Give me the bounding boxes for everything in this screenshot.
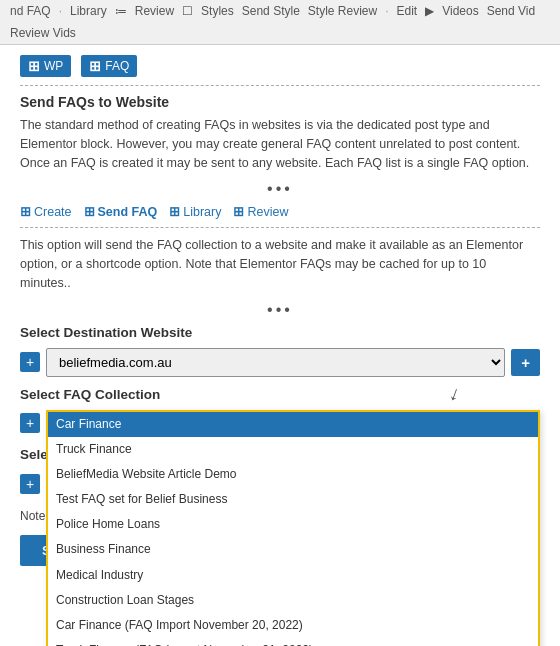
faq-dropdown-item[interactable]: Car Finance (FAQ Import November 20, 202… — [48, 613, 538, 638]
create-label: Create — [34, 205, 72, 219]
main-content: ⊞ WP ⊞ FAQ Send FAQs to Website The stan… — [0, 45, 560, 586]
faq-dropdown-container: ↓ Car FinanceTruck FinanceBeliefMedia We… — [46, 410, 540, 437]
wp-faq-row: ⊞ WP ⊞ FAQ — [20, 55, 540, 77]
nav-item-library[interactable]: Library — [70, 4, 107, 18]
dest-label: Select Destination Website — [20, 325, 540, 340]
wp-plus-icon: ⊞ — [28, 58, 40, 74]
faq-dropdown-item[interactable]: Medical Industry — [48, 563, 538, 588]
section1-title: Send FAQs to Website — [20, 94, 540, 110]
faq-dropdown-item[interactable]: Truck Finance — [48, 437, 538, 462]
divider-2 — [20, 227, 540, 228]
nav-icon-page[interactable]: ☐ — [182, 4, 193, 18]
action-create[interactable]: ⊞ Create — [20, 204, 72, 219]
ellipsis-2: ••• — [20, 301, 540, 319]
nav-item-videos[interactable]: Videos — [442, 4, 478, 18]
nav-dot-2: · — [385, 4, 388, 18]
nav-item-style-review[interactable]: Style Review — [308, 4, 377, 18]
nav-item-edit[interactable]: Edit — [397, 4, 418, 18]
create-plus-icon: ⊞ — [20, 204, 31, 219]
faq-collection-row: + ↓ Car FinanceTruck FinanceBeliefMedia … — [20, 410, 540, 437]
nav-icon-list[interactable]: ≔ — [115, 4, 127, 18]
review-label: Review — [247, 205, 288, 219]
dest-select[interactable]: beliefmedia.com.aubeliefmedia.comtestsit… — [46, 348, 505, 377]
wp-label: WP — [44, 59, 63, 73]
faq-dropdown-item[interactable]: Construction Loan Stages — [48, 588, 538, 613]
nav-item-faq[interactable]: nd FAQ — [10, 4, 51, 18]
action-library[interactable]: ⊞ Library — [169, 204, 221, 219]
dest-input-row: + beliefmedia.com.aubeliefmedia.comtests… — [20, 348, 540, 377]
nav-item-send-vid[interactable]: Send Vid — [487, 4, 536, 18]
action-row: ⊞ Create ⊞ Send FAQ ⊞ Library ⊞ Review — [20, 204, 540, 219]
faq-collection-plus-btn[interactable]: + — [20, 413, 40, 433]
divider-1 — [20, 85, 540, 86]
faq-style-plus-btn[interactable]: + — [20, 474, 40, 494]
nav-item-send-style[interactable]: Send Style — [242, 4, 300, 18]
nav-item-review-vids[interactable]: Review Vids — [10, 26, 76, 40]
nav-item-styles[interactable]: Styles — [201, 4, 234, 18]
section2-desc: This option will send the FAQ collection… — [20, 236, 540, 292]
nav-item-review[interactable]: Review — [135, 4, 174, 18]
dest-add-btn[interactable]: + — [511, 349, 540, 376]
nav-dot-1: · — [59, 4, 62, 18]
send-faq-plus-icon: ⊞ — [84, 204, 95, 219]
send-faq-label: Send FAQ — [98, 205, 158, 219]
review-plus-icon: ⊞ — [233, 204, 244, 219]
wp-button[interactable]: ⊞ WP — [20, 55, 71, 77]
dest-plus-btn[interactable]: + — [20, 352, 40, 372]
faq-dropdown-item[interactable]: Truck Finance (FAQ Import November 21, 2… — [48, 638, 538, 646]
action-send-faq[interactable]: ⊞ Send FAQ — [84, 204, 158, 219]
ellipsis-1: ••• — [20, 180, 540, 198]
faq-button[interactable]: ⊞ FAQ — [81, 55, 137, 77]
faq-label: FAQ — [105, 59, 129, 73]
section1-desc: The standard method of creating FAQs in … — [20, 116, 540, 172]
top-nav[interactable]: nd FAQ · Library ≔ Review ☐ Styles Send … — [0, 0, 560, 45]
library-plus-icon: ⊞ — [169, 204, 180, 219]
nav-icon-play[interactable]: ▶ — [425, 4, 434, 18]
faq-dropdown-item[interactable]: Police Home Loans — [48, 512, 538, 537]
faq-dropdown-list: Car FinanceTruck FinanceBeliefMedia Webs… — [46, 410, 540, 647]
library-label: Library — [183, 205, 221, 219]
faq-dropdown-item[interactable]: Business Finance — [48, 537, 538, 562]
faq-dropdown-item[interactable]: Test FAQ set for Belief Business — [48, 487, 538, 512]
faq-dropdown-item[interactable]: Car Finance — [48, 412, 538, 437]
action-review[interactable]: ⊞ Review — [233, 204, 288, 219]
faq-plus-icon: ⊞ — [89, 58, 101, 74]
faq-dropdown-item[interactable]: BeliefMedia Website Article Demo — [48, 462, 538, 487]
